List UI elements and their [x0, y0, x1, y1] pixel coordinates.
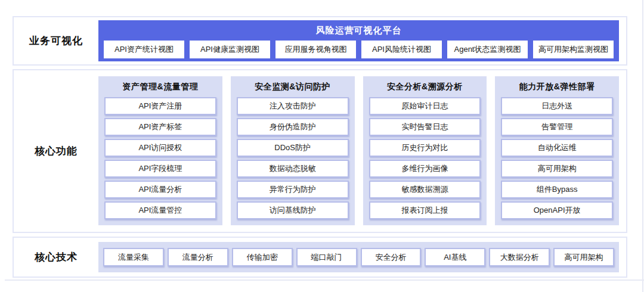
view-app-service-perspective: 应用服务视角视图	[275, 41, 356, 58]
section-business-visualization: 业务可视化 风险运营可视化平台 API资产统计视图 API健康监测视图 应用服务…	[13, 16, 627, 66]
tech-item: 端口敲门	[296, 248, 357, 266]
view-agent-status-monitor: Agent状态监测视图	[447, 41, 528, 58]
column-items: 日志外送 告警管理 自动化运维 高可用架构 组件Bypass OpenAPI开放	[501, 97, 613, 219]
platform-banner: 风险运营可视化平台 API资产统计视图 API健康监测视图 应用服务视角视图 A…	[98, 20, 619, 61]
tech-item: 安全分析	[361, 248, 422, 266]
function-item: API资产注册	[104, 97, 216, 115]
view-api-risk-stats: API风险统计视图	[361, 41, 442, 58]
function-item: 访问基线防护	[237, 201, 349, 219]
function-item: 组件Bypass	[501, 181, 613, 198]
function-item: API字段梳理	[104, 160, 216, 178]
column-header: 安全分析&溯源分析	[369, 76, 481, 97]
function-columns: 资产管理&流量管理 API资产注册 API资产标签 API访问授权 API字段梳…	[98, 76, 619, 225]
section-core-technologies: 核心技术 流量采集 流量分析 传输加密 端口敲门 安全分析 AI基线 大数据分析…	[13, 237, 627, 278]
column-security-analysis-tracing: 安全分析&溯源分析 原始审计日志 实时告警日志 历史行为对比 多维行为画像 敏感…	[363, 76, 487, 225]
page-right-edge	[642, 0, 643, 292]
function-item: DDoS防护	[237, 139, 349, 157]
function-item: 数据动态脱敏	[237, 160, 349, 178]
section-label-core-functions: 核心功能	[14, 70, 98, 232]
column-security-monitor-access-protection: 安全监测&访问防护 注入攻击防护 身份伪造防护 DDoS防护 数据动态脱敏 异常…	[231, 76, 355, 225]
tech-item: 传输加密	[232, 248, 293, 266]
column-capability-openness-elastic-deploy: 能力开放&弹性部署 日志外送 告警管理 自动化运维 高可用架构 组件Bypass…	[495, 76, 619, 225]
function-item: API访问授权	[104, 139, 216, 157]
column-items: 注入攻击防护 身份伪造防护 DDoS防护 数据动态脱敏 异常行为防护 访问基线防…	[237, 97, 349, 219]
view-ha-architecture-monitor: 高可用架构监测视图	[533, 41, 614, 58]
function-item: 身份伪造防护	[237, 118, 349, 136]
technology-strip: 流量采集 流量分析 传输加密 端口敲门 安全分析 AI基线 大数据分析 高可用架…	[98, 242, 619, 272]
column-asset-traffic-management: 资产管理&流量管理 API资产注册 API资产标签 API访问授权 API字段梳…	[98, 76, 222, 225]
section-label-core-technologies: 核心技术	[14, 238, 98, 277]
function-item: 原始审计日志	[369, 97, 481, 115]
function-item: 日志外送	[501, 97, 613, 115]
function-item: 告警管理	[501, 118, 613, 136]
function-item: API资产标签	[104, 118, 216, 136]
view-api-asset-stats: API资产统计视图	[104, 41, 184, 58]
function-item: 实时告警日志	[369, 118, 481, 136]
column-items: 原始审计日志 实时告警日志 历史行为对比 多维行为画像 敏感数据溯源 报表订阅上…	[369, 97, 481, 219]
tech-item: AI基线	[425, 248, 485, 266]
function-item: 自动化运维	[501, 139, 613, 157]
tech-item: 流量分析	[168, 248, 228, 266]
function-item: API流量分析	[104, 181, 216, 198]
architecture-diagram: 业务可视化 风险运营可视化平台 API资产统计视图 API健康监测视图 应用服务…	[0, 0, 644, 292]
section-core-functions: 核心功能 资产管理&流量管理 API资产注册 API资产标签 API访问授权 A…	[13, 69, 627, 233]
tech-item: 流量采集	[103, 248, 164, 266]
function-item: 历史行为对比	[369, 139, 481, 157]
function-item: 多维行为画像	[369, 160, 481, 178]
tech-item: 大数据分析	[489, 248, 550, 266]
column-header: 安全监测&访问防护	[237, 76, 349, 97]
function-item: 敏感数据溯源	[369, 181, 481, 198]
function-item: 报表订阅上报	[369, 201, 481, 219]
function-item: API流量管控	[104, 201, 216, 219]
view-buttons-row: API资产统计视图 API健康监测视图 应用服务视角视图 API风险统计视图 A…	[104, 41, 614, 58]
function-item: OpenAPI开放	[501, 201, 613, 219]
platform-title: 风险运营可视化平台	[104, 25, 614, 36]
function-item: 高可用架构	[501, 160, 613, 178]
function-item: 注入攻击防护	[237, 97, 349, 115]
function-item: 异常行为防护	[237, 181, 349, 198]
page-bottom-edge	[5, 279, 644, 281]
view-api-health-monitor: API健康监测视图	[190, 41, 270, 58]
column-items: API资产注册 API资产标签 API访问授权 API字段梳理 API流量分析 …	[104, 97, 216, 219]
tech-item: 高可用架构	[553, 248, 614, 266]
section-label-business-visualization: 业务可视化	[14, 17, 98, 64]
column-header: 能力开放&弹性部署	[501, 76, 613, 97]
column-header: 资产管理&流量管理	[104, 76, 216, 97]
diagram-sections: 业务可视化 风险运营可视化平台 API资产统计视图 API健康监测视图 应用服务…	[13, 16, 627, 278]
